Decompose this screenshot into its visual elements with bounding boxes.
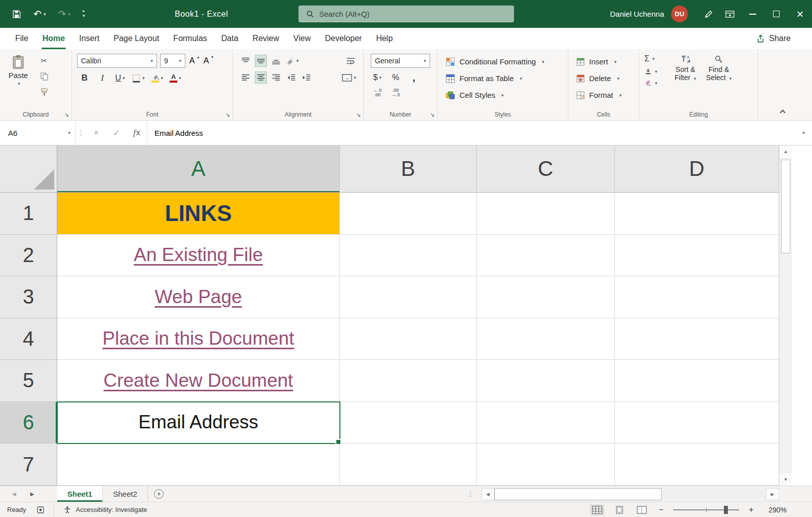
tab-file[interactable]: File xyxy=(8,28,35,49)
undo-button[interactable]: ↶▾ xyxy=(33,8,46,20)
share-button[interactable]: Share xyxy=(756,28,791,49)
ribbon-display-options-button[interactable] xyxy=(719,0,741,28)
row-header-1[interactable]: 1 xyxy=(0,193,57,235)
insert-function-button[interactable]: fx xyxy=(127,121,147,145)
cell-a6-selected[interactable]: Email Address xyxy=(57,402,340,444)
cancel-button[interactable]: × xyxy=(86,121,106,145)
increase-decimal-button[interactable]: ←.0.00 xyxy=(372,87,383,98)
font-size-combo[interactable]: 9 ▾ xyxy=(160,54,185,68)
delete-cells-button[interactable]: Delete ▾ xyxy=(570,70,637,87)
fill-button[interactable]: ▾ xyxy=(644,67,669,75)
maximize-button[interactable] xyxy=(764,0,788,28)
redo-button[interactable]: ↷▾ xyxy=(58,8,70,20)
cell-a5[interactable]: Create New Document xyxy=(57,360,340,402)
column-header-b[interactable]: B xyxy=(340,145,477,193)
cell[interactable] xyxy=(477,360,615,402)
cell[interactable] xyxy=(477,318,615,360)
middle-align-button[interactable] xyxy=(255,55,266,66)
horizontal-scrollbar-track[interactable] xyxy=(662,488,766,500)
zoom-out-button[interactable]: − xyxy=(657,505,665,514)
scroll-down-button[interactable]: ▼ xyxy=(780,473,792,486)
increase-font-button[interactable]: A▴ xyxy=(188,55,200,66)
scroll-up-button[interactable]: ▲ xyxy=(780,145,792,158)
avatar[interactable]: DU xyxy=(671,6,688,22)
decrease-indent-button[interactable] xyxy=(286,72,297,83)
scrollbar-drag-handle[interactable]: ⋮ xyxy=(468,491,474,498)
autosum-button[interactable]: Σ▾ xyxy=(644,54,669,63)
cell-a7[interactable] xyxy=(57,444,340,486)
zoom-level[interactable]: 290% xyxy=(763,506,787,514)
cell[interactable] xyxy=(615,235,779,277)
column-header-a[interactable]: A xyxy=(57,145,340,193)
previous-sheet-button[interactable]: ◀ xyxy=(12,491,16,497)
number-format-combo[interactable]: General ▾ xyxy=(371,54,430,68)
cell[interactable] xyxy=(615,193,779,235)
zoom-slider-thumb[interactable] xyxy=(724,506,728,514)
sort-filter-button[interactable]: AZ Sort & Filter ▾ xyxy=(669,53,702,87)
name-box[interactable]: A6 ▾ xyxy=(0,121,76,145)
scroll-left-button[interactable]: ◀ xyxy=(481,488,494,500)
cell[interactable] xyxy=(615,402,779,444)
macro-record-button[interactable] xyxy=(36,506,54,514)
tab-review[interactable]: Review xyxy=(246,28,286,49)
cell[interactable] xyxy=(340,402,477,444)
cut-button[interactable]: ✂ xyxy=(38,55,50,66)
cell[interactable] xyxy=(477,402,615,444)
find-select-button[interactable]: Find & Select ▾ xyxy=(702,53,736,87)
paste-button[interactable]: Paste ▾ xyxy=(2,52,34,108)
horizontal-scrollbar-thumb[interactable] xyxy=(494,488,662,500)
font-name-combo[interactable]: Calibri ▾ xyxy=(77,54,157,68)
bottom-align-button[interactable] xyxy=(270,55,282,66)
tab-page-layout[interactable]: Page Layout xyxy=(106,28,166,49)
center-button[interactable] xyxy=(255,72,266,83)
align-right-button[interactable] xyxy=(270,72,282,83)
cell[interactable] xyxy=(477,193,615,235)
tab-insert[interactable]: Insert xyxy=(72,28,106,49)
tab-data[interactable]: Data xyxy=(214,28,246,49)
vertical-scrollbar[interactable]: ▲ ▼ xyxy=(779,145,792,486)
format-painter-button[interactable] xyxy=(38,87,50,98)
underline-button[interactable]: U▾ xyxy=(114,72,126,84)
save-button[interactable] xyxy=(12,10,21,19)
merge-center-button[interactable]: ↔▾ xyxy=(342,72,356,83)
zoom-in-button[interactable]: + xyxy=(747,505,755,514)
italic-button[interactable]: I xyxy=(97,72,108,84)
accounting-format-button[interactable]: $▾ xyxy=(372,72,383,83)
page-layout-view-button[interactable] xyxy=(612,504,627,515)
row-header-5[interactable]: 5 xyxy=(0,360,57,402)
cell-a2[interactable]: An Existing File xyxy=(57,235,340,277)
row-header-3[interactable]: 3 xyxy=(0,276,57,318)
orientation-button[interactable]: ab▾ xyxy=(286,55,299,66)
zoom-slider[interactable] xyxy=(673,505,739,514)
align-left-button[interactable] xyxy=(240,72,251,83)
cell-styles-button[interactable]: Cell Styles ▾ xyxy=(440,87,566,103)
customize-quick-access-button[interactable]: ▾ xyxy=(83,11,85,18)
minimize-button[interactable] xyxy=(741,0,764,28)
tab-home[interactable]: Home xyxy=(35,28,72,49)
vertical-scrollbar-thumb[interactable] xyxy=(781,160,790,253)
select-all-corner[interactable] xyxy=(0,145,57,193)
percent-style-button[interactable]: % xyxy=(390,72,401,83)
row-header-6[interactable]: 6 xyxy=(0,402,57,444)
new-sheet-button[interactable]: + xyxy=(148,486,170,502)
font-color-button[interactable]: A ▾ xyxy=(170,72,181,84)
tab-developer[interactable]: Developer xyxy=(318,28,369,49)
conditional-formatting-button[interactable]: Conditional Formatting ▾ xyxy=(440,53,566,70)
horizontal-scrollbar[interactable]: ◀ ▶ xyxy=(481,488,779,500)
cell[interactable] xyxy=(615,318,779,360)
row-header-2[interactable]: 2 xyxy=(0,235,57,277)
cell-a3[interactable]: Web Page xyxy=(57,276,340,318)
cell[interactable] xyxy=(340,193,477,235)
page-break-preview-button[interactable] xyxy=(635,504,649,515)
top-align-button[interactable] xyxy=(240,55,251,66)
cell[interactable] xyxy=(615,276,779,318)
tab-help[interactable]: Help xyxy=(369,28,400,49)
comma-style-button[interactable]: , xyxy=(408,72,419,83)
cell[interactable] xyxy=(340,318,477,360)
fill-color-button[interactable]: ▾ xyxy=(151,72,164,84)
close-button[interactable]: × xyxy=(788,0,812,28)
cell[interactable] xyxy=(340,444,477,486)
formula-bar-drag-handle[interactable]: ⋮ xyxy=(76,121,86,145)
accessibility-status[interactable]: Accessibility: Investigate xyxy=(54,502,147,517)
cell-a4[interactable]: Place in this Document xyxy=(57,318,340,360)
